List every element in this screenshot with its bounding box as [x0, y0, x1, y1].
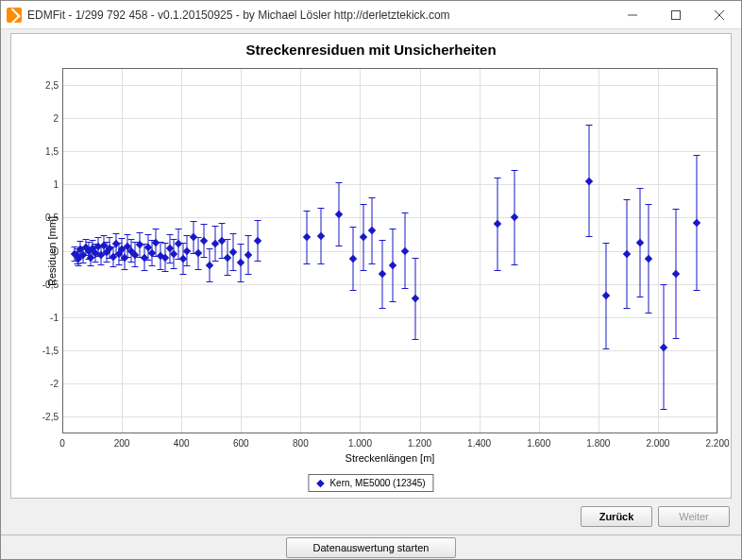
error-bar — [203, 224, 204, 259]
error-bar — [97, 237, 98, 257]
error-bar — [110, 237, 110, 259]
y-tick: 0 — [30, 246, 59, 256]
error-bar — [160, 242, 161, 270]
error-bar — [112, 246, 113, 268]
error-bar — [148, 234, 149, 261]
y-tick: -1 — [30, 312, 59, 322]
error-bar — [352, 227, 353, 291]
error-bar — [589, 125, 590, 238]
y-tick: 1,5 — [30, 145, 59, 156]
x-tick: 1.800 — [586, 438, 610, 449]
error-bar — [215, 226, 216, 262]
error-bar — [107, 242, 108, 263]
x-tick: 2.200 — [705, 438, 729, 449]
error-bar — [626, 199, 627, 308]
x-tick: 200 — [114, 438, 130, 449]
error-bar — [233, 233, 234, 270]
error-bar — [257, 220, 258, 262]
y-tick: -2,5 — [30, 412, 59, 422]
minimize-icon — [628, 10, 637, 20]
x-tick: 800 — [293, 438, 309, 449]
chart-panel: Streckenresiduen mit Unsicherheiten Resi… — [10, 33, 732, 499]
next-button: Weiter — [658, 506, 730, 527]
content-area: Streckenresiduen mit Unsicherheiten Resi… — [1, 29, 741, 535]
x-tick: 1.000 — [348, 438, 372, 449]
x-axis-label: Streckenlängen [m] — [346, 452, 435, 464]
y-tick: 1 — [30, 179, 59, 190]
close-icon — [715, 10, 724, 20]
error-bar — [135, 242, 136, 267]
y-tick: -1,5 — [30, 346, 59, 356]
error-bar — [363, 204, 363, 270]
maximize-icon — [671, 10, 681, 20]
plot-area[interactable]: Residuen [mm] Streckenlängen [m] -2,5-2-… — [62, 68, 717, 433]
error-bar — [675, 209, 676, 339]
error-bar — [101, 246, 102, 265]
legend-marker-icon — [316, 480, 324, 487]
error-bar — [339, 182, 340, 246]
error-bar — [382, 240, 383, 309]
error-bar — [605, 243, 606, 349]
titlebar[interactable]: EDMFit - 1/299 792 458 - v0.1.20150925 -… — [1, 1, 741, 29]
footer-bar: Datenauswertung starten — [1, 535, 741, 559]
x-tick: 0 — [59, 438, 65, 449]
error-bar — [497, 178, 497, 271]
error-bar — [79, 241, 80, 258]
error-bar — [372, 197, 373, 263]
svg-rect-70 — [316, 479, 324, 486]
error-bar — [127, 234, 128, 258]
error-bar — [241, 244, 242, 282]
error-bar — [143, 244, 144, 270]
x-tick: 2.000 — [646, 438, 669, 449]
error-bar — [248, 235, 249, 275]
svg-rect-1 — [672, 10, 681, 19]
x-tick: 1.600 — [527, 438, 550, 449]
y-tick: 2 — [30, 112, 59, 123]
close-button[interactable] — [698, 1, 741, 28]
error-bar — [321, 208, 322, 263]
error-bar — [94, 244, 95, 263]
error-bar — [178, 229, 179, 259]
chart-legend[interactable]: Kern, ME5000 (12345) — [308, 474, 433, 492]
x-tick: 1.200 — [408, 438, 431, 449]
error-bar — [115, 233, 116, 256]
y-tick: -0,5 — [30, 279, 59, 289]
error-bar — [404, 212, 405, 290]
error-bar — [197, 237, 198, 270]
app-window: EDMFit - 1/299 792 458 - v0.1.20150925 -… — [0, 0, 742, 560]
error-bar — [696, 155, 697, 291]
y-tick: 0,5 — [30, 212, 59, 223]
x-tick: 600 — [233, 438, 249, 449]
error-bar — [122, 238, 123, 261]
window-title: EDMFit - 1/299 792 458 - v0.1.20150925 -… — [27, 8, 611, 22]
back-button[interactable]: Zurück — [581, 506, 652, 527]
legend-label: Kern, ME5000 (12345) — [329, 478, 425, 488]
y-tick: -2 — [30, 379, 59, 389]
error-bar — [514, 170, 515, 265]
error-bar — [118, 243, 119, 265]
minimize-button[interactable] — [611, 1, 654, 28]
error-bar — [104, 235, 105, 255]
wizard-buttons: Zurück Weiter — [10, 499, 732, 529]
error-bar — [187, 235, 188, 267]
error-bar — [306, 211, 307, 263]
error-bar — [639, 188, 640, 297]
maximize-button[interactable] — [654, 1, 698, 28]
error-bar — [92, 240, 93, 259]
error-bar — [414, 258, 415, 340]
error-bar — [228, 239, 228, 276]
error-bar — [649, 204, 649, 313]
error-bar — [393, 229, 394, 301]
error-bar — [174, 239, 175, 269]
error-bar — [182, 243, 183, 275]
error-bar — [164, 243, 165, 272]
app-icon — [7, 8, 22, 23]
x-tick: 1.400 — [467, 438, 491, 449]
error-bar — [221, 223, 222, 259]
start-analysis-button[interactable]: Datenauswertung starten — [286, 537, 456, 558]
x-tick: 400 — [174, 438, 190, 449]
error-bar — [151, 240, 152, 266]
error-bar — [664, 284, 665, 411]
y-tick: 2,5 — [30, 79, 59, 90]
error-bar — [210, 248, 211, 283]
